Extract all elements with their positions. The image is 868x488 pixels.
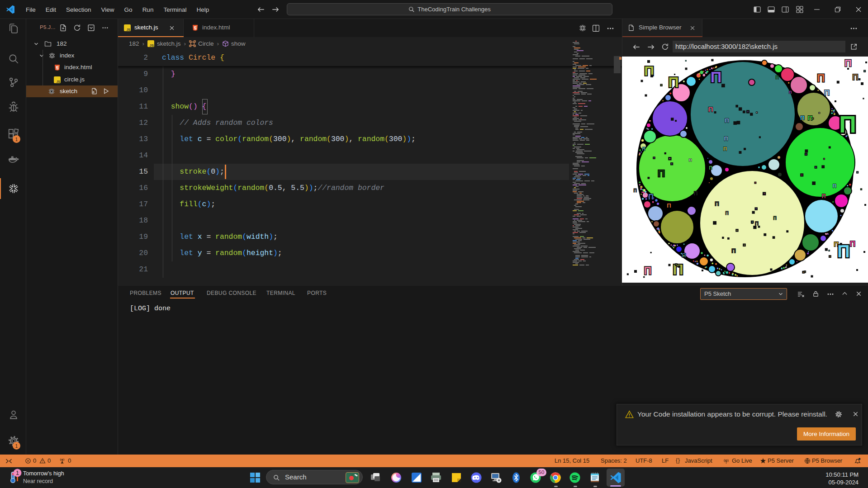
svg-text:Π: Π (817, 72, 825, 84)
svg-text:Π: Π (711, 68, 722, 85)
svg-text:Π: Π (789, 90, 792, 95)
svg-text:Π: Π (658, 168, 665, 179)
svg-text:Π: Π (689, 158, 692, 162)
svg-text:Π: Π (773, 216, 776, 221)
svg-text:Π: Π (668, 74, 678, 90)
svg-text:Π: Π (708, 105, 713, 113)
svg-text:Π: Π (723, 146, 727, 152)
svg-text:Π: Π (682, 252, 686, 259)
svg-text:Π: Π (775, 75, 778, 80)
svg-text:Π: Π (694, 190, 698, 197)
svg-text:Π: Π (833, 183, 836, 189)
svg-text:Π: Π (633, 188, 636, 193)
svg-text:Π: Π (642, 147, 645, 152)
svg-text:Π: Π (648, 193, 654, 201)
svg-text:Π: Π (839, 111, 856, 137)
svg-text:Π: Π (824, 89, 830, 97)
svg-text:1: 1 (16, 469, 19, 476)
svg-text:Π: Π (715, 200, 719, 207)
svg-text:Π: Π (853, 73, 859, 82)
svg-text:Π: Π (725, 117, 729, 124)
svg-text:Π: Π (731, 247, 735, 254)
svg-text:Π: Π (800, 114, 804, 121)
svg-text:Π: Π (850, 240, 855, 248)
svg-text:Π: Π (725, 211, 728, 216)
svg-text:Π: Π (673, 261, 683, 278)
svg-text:Π: Π (644, 265, 652, 277)
svg-text:Π: Π (822, 193, 826, 199)
svg-text:Π: Π (709, 166, 712, 171)
svg-text:Π: Π (837, 242, 849, 261)
svg-text:Π: Π (844, 57, 852, 69)
svg-text:Π: Π (755, 221, 759, 226)
svg-text:Π: Π (724, 136, 728, 142)
svg-text:Π: Π (667, 202, 671, 209)
